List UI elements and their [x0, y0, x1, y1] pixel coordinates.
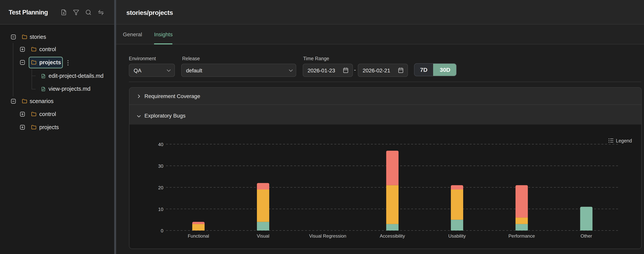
svg-text:0: 0: [161, 228, 163, 233]
svg-text:Visual Regression: Visual Regression: [309, 233, 346, 238]
svg-text:Other: Other: [580, 233, 592, 238]
svg-text:Performance: Performance: [508, 233, 535, 238]
svg-text:Functional: Functional: [188, 233, 209, 238]
svg-text:Accessibility: Accessibility: [380, 233, 405, 238]
svg-text:30: 30: [158, 164, 163, 169]
svg-text:40: 40: [158, 142, 163, 147]
svg-text:20: 20: [158, 185, 163, 190]
svg-text:Visual: Visual: [257, 233, 270, 238]
svg-text:Usability: Usability: [448, 233, 466, 238]
svg-text:Legend: Legend: [616, 138, 632, 143]
svg-text:10: 10: [158, 207, 163, 212]
